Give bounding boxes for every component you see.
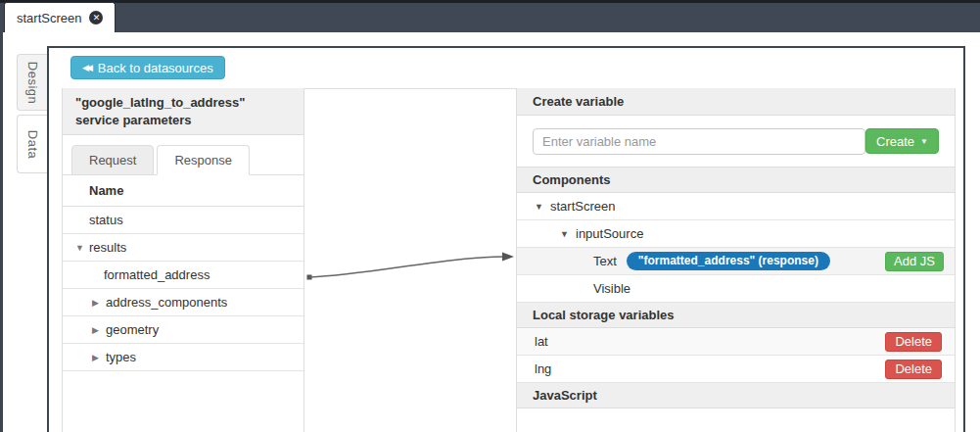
- response-row-label: geometry: [106, 322, 159, 337]
- mapping-targets-panel: Create variable Create ▼ Components ▼ st…: [516, 88, 956, 432]
- component-label: inputSource: [576, 226, 643, 241]
- tab-label: startScreen: [17, 11, 81, 25]
- response-row-label: results: [89, 240, 126, 255]
- back-to-datasources-button[interactable]: ◀◀ Back to datasources: [70, 56, 225, 79]
- response-row-label: status: [89, 213, 123, 227]
- request-response-tabs: Request Response: [63, 135, 303, 175]
- response-row-geometry[interactable]: ▶ geometry: [63, 316, 303, 344]
- component-label: Text: [593, 254, 617, 268]
- create-variable-button[interactable]: Create ▼: [865, 128, 939, 154]
- back-button-label: Back to datasources: [98, 61, 213, 75]
- data-mapping-panel: ◀◀ Back to datasources "google_latlng_to…: [47, 46, 965, 432]
- component-row-inputsource[interactable]: ▼ inputSource: [517, 220, 955, 248]
- caret-down-icon[interactable]: ▼: [535, 202, 550, 212]
- component-label: Visible: [593, 281, 630, 296]
- caret-down-icon[interactable]: ▼: [560, 229, 576, 239]
- mapping-badge[interactable]: "formatted_address" (response): [627, 252, 830, 270]
- storage-var-label: lng: [535, 361, 551, 376]
- tab-startscreen[interactable]: startScreen ✕: [4, 2, 116, 32]
- add-js-button[interactable]: Add JS: [885, 252, 944, 271]
- caret-right-icon[interactable]: ▶: [92, 298, 106, 308]
- response-row-address-components[interactable]: ▶ address_components: [63, 289, 303, 316]
- caret-down-icon[interactable]: ▼: [75, 243, 89, 253]
- javascript-header: JavaScript: [517, 383, 955, 408]
- close-icon[interactable]: ✕: [89, 11, 103, 24]
- storage-row-lat[interactable]: lat Delete: [517, 328, 955, 356]
- create-button-label: Create: [876, 134, 914, 149]
- delete-lat-button[interactable]: Delete: [885, 332, 942, 352]
- component-row-visible[interactable]: Visible: [517, 275, 955, 303]
- mapping-canvas-top-border: [304, 88, 516, 89]
- sidebar-tab-design[interactable]: Design: [17, 54, 48, 111]
- response-row-label: formatted_address: [104, 267, 210, 282]
- component-row-text[interactable]: Text "formatted_address" (response) Add …: [517, 248, 955, 275]
- delete-lng-button[interactable]: Delete: [885, 360, 942, 379]
- caret-right-icon[interactable]: ▶: [92, 353, 106, 362]
- response-row-status[interactable]: status: [63, 207, 303, 234]
- components-header: Components: [517, 168, 955, 193]
- response-row-label: types: [106, 350, 136, 364]
- storage-row-lng[interactable]: lng Delete: [517, 356, 955, 383]
- storage-var-label: lat: [535, 334, 548, 349]
- window-edge-strip: [0, 0, 3, 432]
- tab-request[interactable]: Request: [71, 145, 154, 175]
- sidebar-tab-design-label: Design: [25, 61, 40, 103]
- service-parameters-title: "google_latlng_to_address" service param…: [63, 88, 303, 135]
- local-storage-header: Local storage variables: [517, 303, 955, 328]
- tab-response[interactable]: Response: [157, 145, 250, 175]
- rewind-icon: ◀◀: [82, 63, 90, 72]
- caret-right-icon[interactable]: ▶: [92, 325, 106, 335]
- variable-name-input[interactable]: [533, 128, 865, 155]
- response-row-results[interactable]: ▼ results: [63, 234, 303, 262]
- sidebar-tab-data[interactable]: Data: [17, 115, 48, 173]
- response-row-label: address_components: [106, 295, 227, 310]
- editor-tab-bar: [0, 0, 980, 32]
- create-variable-row: Create ▼: [517, 116, 955, 168]
- response-table-header: Name: [63, 175, 303, 207]
- service-parameters-panel: "google_latlng_to_address" service param…: [62, 88, 304, 432]
- response-row-types[interactable]: ▶ types: [63, 344, 303, 371]
- create-variable-header: Create variable: [517, 88, 955, 116]
- sidebar-tab-data-label: Data: [25, 129, 40, 158]
- chevron-down-icon: ▼: [920, 137, 928, 146]
- component-row-startscreen[interactable]: ▼ startScreen: [517, 193, 955, 220]
- mapping-arrow: [303, 249, 519, 288]
- component-label: startScreen: [550, 199, 615, 214]
- response-row-formatted-address[interactable]: formatted_address: [63, 262, 303, 289]
